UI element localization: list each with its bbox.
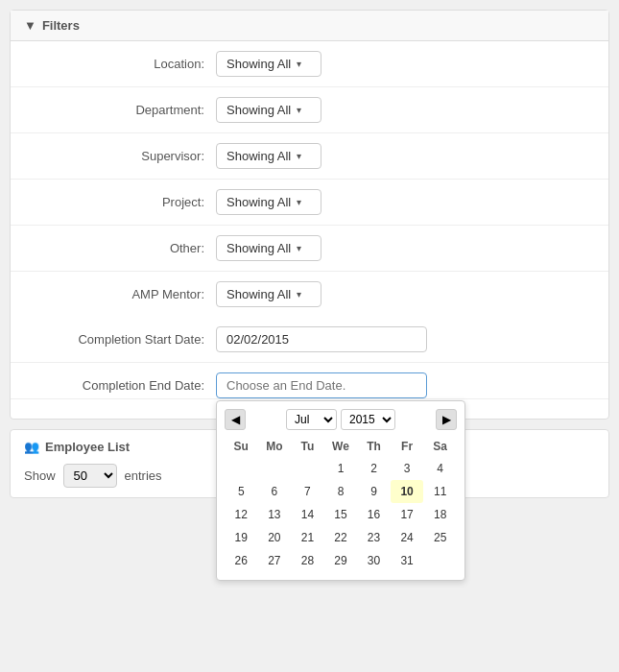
calendar-day-cell[interactable]: 18	[423, 503, 457, 526]
calendar-year-select[interactable]: 20132014201520162017	[341, 409, 395, 430]
calendar-day-cell[interactable]: 7	[291, 480, 324, 503]
calendar-day-cell[interactable]: 28	[291, 549, 324, 572]
cal-day-header-th: Th	[357, 436, 391, 457]
calendar-day-cell[interactable]: 29	[324, 549, 358, 572]
completion-end-date-input[interactable]	[216, 372, 427, 398]
calendar-popup: ◀ JanFebMarAprMayJunJulAugSepOctNovDec 2…	[216, 400, 465, 581]
location-filter-row: Location: Showing All ▾	[11, 41, 608, 87]
completion-end-date-row: Completion End Date: ◀ JanFebMarAprMayJu…	[11, 363, 608, 399]
calendar-day-cell	[291, 457, 324, 480]
location-filter-label: Location:	[24, 57, 216, 71]
page-wrapper: ▼ Filters Location: Showing All ▾ Depart…	[0, 0, 619, 672]
calendar-day-cell[interactable]: 26	[225, 549, 258, 572]
calendar-day-cell[interactable]: 16	[357, 503, 391, 526]
cal-day-header-tu: Tu	[291, 436, 324, 457]
project-filter-row: Project: Showing All ▾	[11, 180, 608, 226]
cal-day-header-su: Su	[225, 436, 258, 457]
amp-mentor-filter-dropdown[interactable]: Showing All ▾	[216, 281, 321, 307]
calendar-day-cell[interactable]: 19	[225, 526, 258, 549]
calendar-grid: SuMoTuWeThFrSa 1234567891011121314151617…	[225, 436, 457, 572]
calendar-day-cell[interactable]: 5	[225, 480, 258, 503]
entries-select[interactable]: 102550100	[63, 464, 117, 488]
amp-mentor-filter-label: AMP Mentor:	[24, 287, 216, 301]
department-filter-row: Department: Showing All ▾	[11, 87, 608, 133]
calendar-day-cell[interactable]: 17	[391, 503, 424, 526]
calendar-day-cell[interactable]: 8	[324, 480, 358, 503]
dropdown-arrow-icon: ▾	[297, 197, 301, 207]
calendar-day-cell[interactable]: 1	[324, 457, 358, 480]
show-label: Show	[24, 468, 56, 483]
calendar-month-year: JanFebMarAprMayJunJulAugSepOctNovDec 201…	[286, 409, 395, 430]
calendar-month-select[interactable]: JanFebMarAprMayJunJulAugSepOctNovDec	[286, 409, 337, 430]
calendar-day-cell[interactable]: 12	[225, 503, 258, 526]
calendar-container: ◀ JanFebMarAprMayJunJulAugSepOctNovDec 2…	[216, 372, 427, 398]
other-filter-label: Other:	[24, 241, 216, 255]
calendar-day-cell[interactable]: 23	[357, 526, 391, 549]
other-filter-value: Showing All	[226, 241, 291, 255]
calendar-next-button[interactable]: ▶	[436, 409, 457, 430]
calendar-day-cell[interactable]: 25	[423, 526, 457, 549]
supervisor-filter-label: Supervisor:	[24, 149, 216, 163]
project-filter-label: Project:	[24, 195, 216, 209]
dropdown-arrow-icon: ▾	[297, 59, 301, 69]
calendar-day-cell[interactable]: 13	[258, 503, 292, 526]
dropdown-arrow-icon: ▾	[297, 105, 301, 115]
calendar-day-cell[interactable]: 31	[391, 549, 424, 572]
dropdown-arrow-icon: ▾	[297, 289, 301, 300]
supervisor-filter-value: Showing All	[226, 149, 291, 163]
completion-end-date-label: Completion End Date:	[24, 372, 216, 393]
department-filter-dropdown[interactable]: Showing All ▾	[216, 97, 321, 123]
calendar-day-cell[interactable]: 15	[324, 503, 358, 526]
supervisor-filter-row: Supervisor: Showing All ▾	[11, 133, 608, 180]
calendar-week-row: 19202122232425	[225, 526, 457, 549]
calendar-day-cell[interactable]: 22	[324, 526, 358, 549]
completion-start-date-row: Completion Start Date:	[11, 317, 608, 363]
calendar-day-cell	[225, 457, 258, 480]
completion-start-date-input[interactable]	[216, 326, 427, 352]
calendar-week-row: 262728293031	[225, 549, 457, 572]
calendar-day-cell[interactable]: 2	[357, 457, 391, 480]
department-filter-label: Department:	[24, 103, 216, 117]
calendar-day-cell[interactable]: 27	[258, 549, 292, 572]
calendar-day-cell[interactable]: 9	[357, 480, 391, 503]
supervisor-filter-dropdown[interactable]: Showing All ▾	[216, 143, 321, 169]
amp-mentor-filter-value: Showing All	[226, 287, 291, 301]
dropdown-arrow-icon: ▾	[297, 151, 301, 161]
dropdown-arrow-icon: ▾	[297, 243, 301, 253]
calendar-week-row: 1234	[225, 457, 457, 480]
employee-list-title: Employee List	[45, 440, 130, 454]
project-filter-value: Showing All	[226, 195, 291, 209]
calendar-header: ◀ JanFebMarAprMayJunJulAugSepOctNovDec 2…	[225, 409, 457, 430]
cal-day-header-we: We	[324, 436, 358, 457]
calendar-day-cell[interactable]: 11	[423, 480, 457, 503]
calendar-day-cell	[423, 549, 457, 572]
calendar-prev-button[interactable]: ◀	[225, 409, 246, 430]
calendar-day-cell[interactable]: 4	[423, 457, 457, 480]
cal-day-header-mo: Mo	[258, 436, 292, 457]
calendar-day-cell[interactable]: 6	[258, 480, 292, 503]
other-filter-row: Other: Showing All ▾	[11, 226, 608, 272]
other-filter-dropdown[interactable]: Showing All ▾	[216, 235, 321, 261]
location-filter-dropdown[interactable]: Showing All ▾	[216, 51, 321, 77]
calendar-week-row: 12131415161718	[225, 503, 457, 526]
people-icon: 👥	[24, 440, 39, 454]
completion-start-date-label: Completion Start Date:	[24, 332, 216, 347]
department-filter-value: Showing All	[226, 103, 291, 117]
amp-mentor-filter-row: AMP Mentor: Showing All ▾	[11, 272, 608, 317]
calendar-day-cell[interactable]: 14	[291, 503, 324, 526]
calendar-day-cell[interactable]: 24	[391, 526, 424, 549]
filter-icon: ▼	[24, 18, 36, 33]
filters-panel: ▼ Filters Location: Showing All ▾ Depart…	[10, 10, 609, 420]
entries-label: entries	[125, 468, 162, 483]
cal-day-header-fr: Fr	[391, 436, 424, 457]
location-filter-value: Showing All	[226, 57, 291, 71]
calendar-day-cell[interactable]: 10	[391, 480, 424, 503]
project-filter-dropdown[interactable]: Showing All ▾	[216, 189, 321, 215]
calendar-day-cell[interactable]: 20	[258, 526, 292, 549]
cal-day-header-sa: Sa	[423, 436, 457, 457]
calendar-day-cell[interactable]: 3	[391, 457, 424, 480]
calendar-day-cell[interactable]: 21	[291, 526, 324, 549]
calendar-day-cell	[258, 457, 292, 480]
calendar-day-cell[interactable]: 30	[357, 549, 391, 572]
filters-title: Filters	[42, 18, 80, 33]
